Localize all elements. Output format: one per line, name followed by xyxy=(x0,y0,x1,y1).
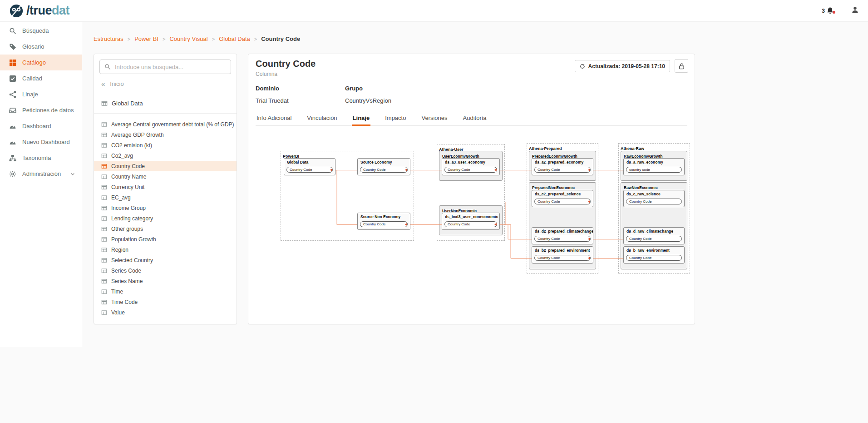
refresh-updated-button[interactable]: Actualizada: 2019-05-28 17:10 xyxy=(575,60,670,72)
sidebar-item-taxonomia[interactable]: Taxonomía xyxy=(0,150,82,166)
sidebar-item-peticiones-de-datos[interactable]: Peticiones de datos xyxy=(0,102,82,118)
sidebar-item-catalogo[interactable]: Catálogo xyxy=(0,55,82,70)
list-item[interactable]: Other groups xyxy=(94,224,237,234)
truedat-logo[interactable]: /truedat xyxy=(9,4,69,18)
sidebar-item-busqueda[interactable]: Búsqueda xyxy=(0,23,82,39)
lineage-node-global-data[interactable]: Global DataCountry Code xyxy=(284,158,335,175)
breadcrumb-current: Country Code xyxy=(261,35,300,42)
list-item[interactable]: Income Group xyxy=(94,203,237,213)
list-item-label: Other groups xyxy=(111,226,143,232)
list-item-label: Currency Unit xyxy=(111,184,144,190)
list-item[interactable]: Currency Unit xyxy=(94,182,237,192)
user-menu-button[interactable] xyxy=(851,6,859,15)
lineage-subgroup-label: RawNonEconomic xyxy=(621,184,661,190)
edge-arrow-icon xyxy=(588,256,591,260)
page-title: Country Code xyxy=(256,59,316,69)
list-item[interactable]: Country Code xyxy=(94,161,237,171)
lineage-node-ds-a2-prepared-economy[interactable]: ds_a2_prepared_economyCountry Code xyxy=(532,158,593,175)
lock-button[interactable] xyxy=(675,59,688,73)
group-label: Grupo xyxy=(345,85,391,92)
lineage-node-ds-c2-prepared-science[interactable]: ds_c2_prepared_scienceCountry Code xyxy=(532,190,593,207)
lineage-node-label: ds_d_raw_climatechange xyxy=(624,228,684,234)
list-item[interactable]: Value xyxy=(94,307,237,318)
list-item[interactable]: Lending category xyxy=(94,213,237,224)
table-icon xyxy=(101,195,107,200)
lineage-node-label: ds_a_raw_economy xyxy=(624,159,684,164)
lineage-field-pill[interactable]: Country Code xyxy=(626,199,682,204)
list-item[interactable]: Country Name xyxy=(94,171,237,182)
list-item[interactable]: EC_avg xyxy=(94,192,237,203)
edge-arrow-icon xyxy=(588,199,591,204)
lineage-field-pill[interactable]: Country Code xyxy=(534,199,591,204)
list-item[interactable]: Time xyxy=(94,286,237,297)
sidebar-item-label: Peticiones de datos xyxy=(22,107,74,114)
tab-info-adicional[interactable]: Info Adicional xyxy=(256,111,292,125)
lineage-node-source-non-economy[interactable]: Source Non EconomyCountry Code xyxy=(357,213,410,230)
tabs: Info AdicionalVinculaciónLinajeImpactoVe… xyxy=(256,111,687,126)
tab-linaje[interactable]: Linaje xyxy=(352,111,371,126)
sidebar-item-glosario[interactable]: Glosario xyxy=(0,39,82,55)
lineage-field-label: Country Code xyxy=(538,256,560,260)
lineage-field-pill[interactable]: Country Code xyxy=(534,255,591,261)
list-item-label: Lending category xyxy=(111,215,153,222)
lock-icon xyxy=(678,63,685,70)
lineage-node-ds-b-raw-environment[interactable]: ds_b_raw_environmentCountry Code xyxy=(623,246,685,264)
sidebar-item-nuevo-dashboard[interactable]: Nuevo Dashboard xyxy=(0,134,82,150)
parent-structure-label: Global Data xyxy=(112,100,143,107)
lineage-field-pill[interactable]: Country Code xyxy=(444,221,497,227)
table-icon xyxy=(101,205,107,211)
list-item[interactable]: Series Name xyxy=(94,276,237,286)
sidebar-item-linaje[interactable]: Linaje xyxy=(0,86,82,102)
brand-bold: /true xyxy=(26,4,52,17)
sidebar-item-calidad[interactable]: Calidad xyxy=(0,70,82,86)
list-item[interactable]: CO2 emision (kt) xyxy=(94,140,237,150)
lineage-field-pill[interactable]: Country Code xyxy=(444,167,497,173)
sidebar-item-label: Búsqueda xyxy=(22,27,49,34)
dashboard-icon xyxy=(9,123,16,130)
sidebar-item-administracion[interactable]: Administración xyxy=(0,166,82,182)
lineage-field-pill[interactable]: Country Code xyxy=(360,167,408,173)
breadcrumb-separator: > xyxy=(212,36,215,42)
lineage-node-ds-c-raw-science[interactable]: ds_c_raw_scienceCountry Code xyxy=(623,190,685,207)
lineage-field-pill[interactable]: Country Code xyxy=(534,167,591,173)
list-item[interactable]: Region xyxy=(94,244,237,255)
lineage-field-pill[interactable]: country code xyxy=(626,167,682,173)
back-to-start-link[interactable]: « Inicio xyxy=(101,80,229,87)
notifications-button[interactable]: 3 xyxy=(822,7,834,15)
parent-structure-item[interactable]: Global Data xyxy=(101,100,229,107)
list-item[interactable]: Co2_avg xyxy=(94,150,237,161)
list-item[interactable]: Time Code xyxy=(94,297,237,307)
breadcrumb-link[interactable]: Power BI xyxy=(134,35,158,42)
tab-impacto[interactable]: Impacto xyxy=(384,111,407,125)
search-icon xyxy=(9,27,16,35)
lineage-field-pill[interactable]: Country Code xyxy=(286,167,333,173)
lineage-field-label: Country Code xyxy=(363,222,385,226)
lineage-field-pill[interactable]: Country Code xyxy=(360,221,408,227)
tab-versiones[interactable]: Versiones xyxy=(420,111,448,125)
tab-vinculacion[interactable]: Vinculación xyxy=(306,111,338,125)
list-item[interactable]: Average GDP Growth xyxy=(94,129,237,140)
lineage-node-ds-d-raw-climatechange[interactable]: ds_d_raw_climatechangeCountry Code xyxy=(623,227,685,244)
lineage-field-pill[interactable]: Country Code xyxy=(626,236,682,242)
lineage-node-ds-d2-prepared-climatechange[interactable]: ds_d2_prepared_climatechangeCountry Code xyxy=(532,227,593,244)
lineage-field-label: Country Code xyxy=(290,168,312,172)
lineage-node-ds-bcd3-user-noneconomic[interactable]: ds_bcd3_user_noneconomicCountry Code xyxy=(442,213,500,230)
list-item[interactable]: Series Code xyxy=(94,265,237,276)
breadcrumb-link[interactable]: Estructuras xyxy=(94,35,123,42)
list-item[interactable]: Selected Country xyxy=(94,255,237,265)
lineage-field-pill[interactable]: Country Code xyxy=(534,236,591,242)
lineage-node-ds-b2-prepared-environment[interactable]: ds_b2_prepared_environmentCountry Code xyxy=(532,246,593,264)
tab-auditoria[interactable]: Auditoría xyxy=(462,111,488,125)
breadcrumb-link[interactable]: Global Data xyxy=(219,35,250,42)
lineage-node-ds-a-raw-economy[interactable]: ds_a_raw_economycountry code xyxy=(623,158,685,175)
share-icon xyxy=(9,91,16,98)
table-icon xyxy=(101,279,107,284)
lineage-node-ds-a3-user-economy[interactable]: ds_a3_user_economyCountry Code xyxy=(442,158,500,175)
breadcrumb-link[interactable]: Country Visual xyxy=(169,35,207,42)
search-input[interactable] xyxy=(115,64,226,70)
lineage-node-source-economy[interactable]: Source EconomyCountry Code xyxy=(357,158,410,175)
sidebar-item-dashboard[interactable]: Dashboard xyxy=(0,118,82,134)
list-item[interactable]: Average Central government debt total (%… xyxy=(94,119,237,129)
list-item[interactable]: Population Growth xyxy=(94,234,237,244)
lineage-field-pill[interactable]: Country Code xyxy=(626,255,682,261)
